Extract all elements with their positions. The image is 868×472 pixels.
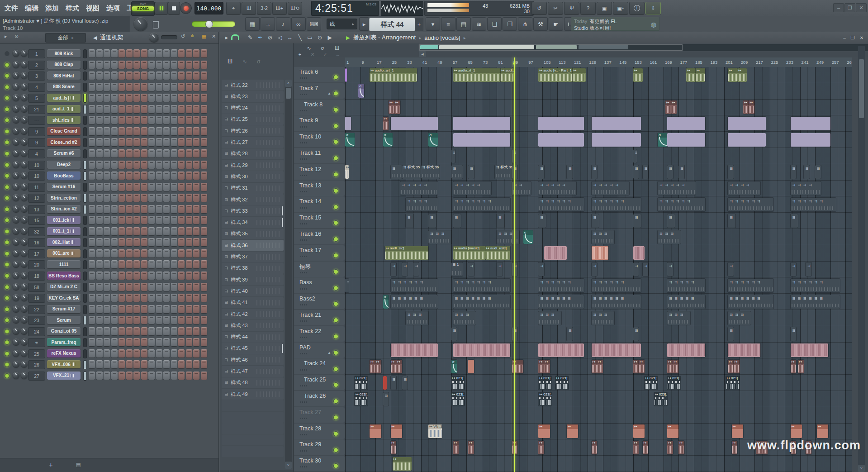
step-cell[interactable] <box>119 349 125 358</box>
step-cell[interactable] <box>186 249 192 257</box>
step-cell[interactable] <box>178 272 185 280</box>
step-cell[interactable] <box>186 283 192 291</box>
step-cell[interactable] <box>126 238 133 246</box>
clip[interactable]: ヨ <box>538 165 544 179</box>
pattern-row[interactable]: ヨ样式 31 <box>222 183 284 194</box>
clip[interactable] <box>667 133 705 147</box>
channel-pan-knob[interactable] <box>13 150 19 157</box>
picker-automation-tab[interactable]: σ <box>257 58 260 65</box>
step-cell[interactable] <box>201 72 207 80</box>
channel-volume-knob[interactable] <box>21 172 28 179</box>
step-cell[interactable] <box>104 149 110 157</box>
step-cell[interactable] <box>178 260 185 268</box>
step-cell[interactable] <box>104 205 110 213</box>
step-cell[interactable] <box>119 149 125 157</box>
step-cell[interactable] <box>201 127 207 135</box>
step-cell[interactable] <box>186 94 192 102</box>
channel-led[interactable] <box>5 95 9 100</box>
step-cell[interactable] <box>163 338 170 346</box>
channel-button[interactable]: Gonzi..ot 05 <box>47 327 81 335</box>
step-cell[interactable] <box>141 205 147 213</box>
step-cell[interactable] <box>111 72 118 80</box>
pattern-row[interactable] <box>222 434 284 445</box>
track-header[interactable]: Track 6 <box>294 67 345 82</box>
step-cell[interactable] <box>148 360 155 368</box>
step-cell[interactable] <box>104 227 110 235</box>
track-header[interactable]: Track 11 <box>294 148 345 163</box>
clip[interactable]: ↦ <box>737 68 747 82</box>
scroll-down-button[interactable]: ˅ <box>285 462 292 469</box>
playlist-close-button[interactable]: ✕ <box>857 33 866 42</box>
step-cell[interactable] <box>156 227 162 235</box>
track-header[interactable]: PAD▲ <box>294 343 345 358</box>
step-cell[interactable] <box>104 238 110 246</box>
step-cell[interactable] <box>163 283 170 291</box>
channel-button[interactable]: 808 Clap <box>47 61 81 69</box>
clip[interactable]: ↦ audio [music] <box>453 246 485 260</box>
step-cell[interactable] <box>156 249 162 257</box>
step-cell[interactable] <box>119 49 125 57</box>
check-icon[interactable]: ✓ <box>320 51 330 58</box>
step-cell[interactable] <box>104 194 110 202</box>
step-cell[interactable] <box>133 238 140 246</box>
step-cell[interactable] <box>171 205 177 213</box>
clip[interactable]: ↦ 023[..hiser <box>538 392 551 406</box>
playlist-title[interactable]: 播放列表 - Arrangement <box>353 33 416 42</box>
clip[interactable]: ↦ <box>817 424 828 438</box>
step-cell[interactable] <box>89 272 95 280</box>
channel-number[interactable]: 18 <box>28 272 45 281</box>
track-led[interactable] <box>333 334 338 339</box>
track-drag-handle[interactable] <box>300 94 308 95</box>
clip[interactable]: ヨ <box>451 165 463 179</box>
step-cell[interactable] <box>201 183 207 191</box>
step-cell[interactable] <box>89 172 95 180</box>
pattern-row[interactable]: ヨ样式 39 <box>222 274 284 285</box>
clip[interactable]: ↦ <box>592 441 598 454</box>
trash-button[interactable] <box>153 21 159 29</box>
clip[interactable] <box>728 343 760 357</box>
step-cell[interactable] <box>89 327 95 335</box>
step-cell[interactable] <box>193 272 199 280</box>
step-cell[interactable] <box>163 205 170 213</box>
clip[interactable]: ヨ <box>667 214 675 228</box>
pattern-row[interactable]: ヨ样式 40 <box>222 286 284 296</box>
step-cell[interactable] <box>104 360 110 368</box>
channel-number[interactable]: 11 <box>28 183 45 192</box>
clip[interactable]: ヨヨヨヨヨヨヨ <box>453 198 510 211</box>
channel-volume-knob[interactable] <box>21 61 28 68</box>
clip[interactable]: ヨ <box>728 214 735 228</box>
clip[interactable]: σ <box>658 133 667 147</box>
clip[interactable]: ヨ <box>497 262 503 276</box>
step-cell[interactable] <box>126 216 133 224</box>
clip[interactable]: ↦ 023[..hiser <box>654 392 667 406</box>
step-cell[interactable] <box>163 305 170 313</box>
step-cell[interactable] <box>96 316 103 324</box>
keyboard-editor-icon[interactable]: ▦ <box>202 33 206 39</box>
step-cell[interactable] <box>193 194 199 202</box>
channel-volume-knob[interactable] <box>21 138 28 145</box>
clip[interactable]: ヨ <box>592 262 598 276</box>
clip[interactable]: ヨヨヨヨ <box>406 198 438 211</box>
step-cell[interactable] <box>141 349 147 358</box>
step-cell[interactable] <box>133 72 140 80</box>
clip[interactable]: ヨ <box>791 165 797 179</box>
pattern-row[interactable]: ヨ样式 25 <box>222 114 284 125</box>
step-cell[interactable] <box>111 372 118 380</box>
step-cell[interactable] <box>163 294 170 302</box>
pattern-row[interactable]: ヨ样式 42 <box>222 309 284 319</box>
step-cell[interactable] <box>89 61 95 69</box>
swing-slider[interactable] <box>161 35 177 39</box>
step-cell[interactable] <box>171 283 177 291</box>
step-cell[interactable] <box>96 138 103 146</box>
step-cell[interactable] <box>193 327 199 335</box>
plugin-picker-button[interactable]: ⋔ <box>518 17 532 31</box>
pattern-row[interactable]: ヨ样式 41 <box>222 297 284 308</box>
step-cell[interactable] <box>163 372 170 380</box>
step-cell[interactable] <box>111 238 118 246</box>
track-header[interactable]: Track 29 <box>294 439 345 455</box>
clip[interactable] <box>592 343 641 357</box>
channel-pan-knob[interactable] <box>13 194 19 201</box>
menu-item-添加[interactable]: 添加 <box>45 4 59 13</box>
channel-led[interactable] <box>5 251 9 256</box>
track-led[interactable] <box>333 431 338 436</box>
